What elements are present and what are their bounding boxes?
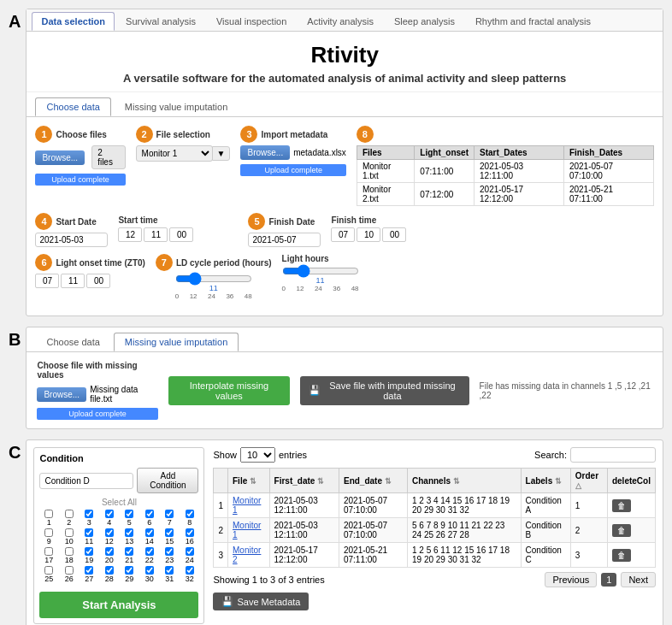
dt-labels: Condition A (521, 493, 570, 518)
channel-checkbox-2[interactable] (65, 510, 74, 518)
col-end-date[interactable]: End_date ⇅ (339, 469, 407, 493)
row-light: 6 Light onset time (ZT0) 7 LD cycle peri… (35, 254, 654, 300)
nav-tab-sleep[interactable]: Sleep analysis (385, 12, 464, 31)
prev-button[interactable]: Previous (545, 572, 597, 587)
dt-file-link[interactable]: Monitor 1 (233, 521, 261, 540)
delete-row-button[interactable]: 🗑 (612, 549, 631, 562)
channel-checkbox-28[interactable] (105, 566, 114, 575)
dt-file-link[interactable]: Monitor 1 (233, 496, 261, 515)
save-imputed-label: Save file with imputed missing data (324, 380, 460, 401)
section-c-label: C (9, 443, 21, 463)
col-file[interactable]: File ⇅ (228, 469, 270, 493)
light-onset-s[interactable] (86, 274, 110, 288)
channel-checkbox-9[interactable] (44, 528, 53, 537)
badge-5: 5 (248, 213, 265, 230)
channel-checkbox-31[interactable] (165, 566, 174, 575)
inner-tab-choose-data-a[interactable]: Choose data (35, 97, 110, 116)
channel-checkbox-24[interactable] (186, 547, 194, 556)
browse-metadata-button[interactable]: Browse... (240, 145, 290, 160)
add-condition-button[interactable]: Add Condition (137, 468, 198, 493)
dt-file-link[interactable]: Monitor 2 (233, 545, 261, 564)
entries-select[interactable]: 10 25 50 (240, 447, 275, 463)
light-hours-slider[interactable] (282, 266, 359, 276)
channel-checkbox-21[interactable] (125, 547, 133, 556)
start-time-m[interactable] (144, 227, 168, 242)
inner-tab-missing-value-b[interactable]: Missing value imputation (114, 333, 239, 351)
channel-checkbox-29[interactable] (125, 566, 133, 575)
col-first-date[interactable]: First_date ⇅ (269, 469, 339, 493)
col-channels[interactable]: Channels ⇅ (408, 469, 522, 493)
channel-checkbox-17[interactable] (44, 547, 53, 556)
channel-checkbox-7[interactable] (165, 510, 174, 518)
channel-checkbox-32[interactable] (186, 566, 194, 575)
channel-checkbox-11[interactable] (85, 528, 93, 537)
inner-tab-choose-data-b[interactable]: Choose data (35, 333, 110, 351)
save-imputed-button[interactable]: 💾 Save file with imputed missing data (300, 376, 469, 405)
channel-checkbox-20[interactable] (105, 547, 114, 556)
channel-cell: 7 (160, 510, 179, 527)
start-time-s[interactable] (169, 227, 193, 242)
save-metadata-button[interactable]: 💾 Save Metadata (213, 593, 309, 610)
channel-checkbox-3[interactable] (85, 510, 93, 518)
channel-cell: 9 (39, 528, 58, 545)
channel-checkbox-27[interactable] (85, 566, 93, 575)
file-selection-dropdown[interactable]: Monitor 1 Monitor 2 (136, 145, 213, 162)
channel-checkbox-23[interactable] (165, 547, 174, 556)
channel-checkbox-22[interactable] (145, 547, 154, 556)
inner-tab-missing-value-a[interactable]: Missing value imputation (114, 97, 239, 116)
ft-start: 2021-05-17 12:12:00 (475, 183, 564, 206)
start-analysis-button[interactable]: Start Analysis (39, 592, 198, 618)
finish-time-h[interactable] (331, 227, 355, 242)
light-hours-scale: 012243648 (282, 285, 359, 292)
channel-checkbox-14[interactable] (145, 528, 154, 537)
nav-tab-visual[interactable]: Visual inspection (207, 12, 296, 31)
dt-first-date: 2021-05-17 12:12:00 (269, 543, 339, 568)
nav-tab-data-selection[interactable]: Data selection (32, 12, 115, 31)
channel-checkbox-1[interactable] (44, 510, 53, 518)
dt-order: 2 (570, 518, 607, 543)
channel-checkbox-13[interactable] (125, 528, 133, 537)
dt-end-date: 2021-05-07 07:10:00 (339, 493, 407, 518)
col-labels[interactable]: Labels ⇅ (521, 469, 570, 493)
channel-checkbox-10[interactable] (65, 528, 74, 537)
condition-input[interactable] (39, 473, 133, 489)
channel-checkbox-19[interactable] (85, 547, 93, 556)
file-selection-label: File selection (156, 130, 210, 139)
channel-label-13: 13 (125, 537, 133, 545)
browse-files-button[interactable]: Browse... (35, 150, 85, 165)
light-onset-h[interactable] (35, 274, 59, 288)
channel-checkbox-12[interactable] (105, 528, 114, 537)
channel-checkbox-16[interactable] (186, 528, 194, 537)
dt-first-date: 2021-05-03 12:11:00 (269, 493, 339, 518)
channel-label-14: 14 (145, 537, 154, 545)
channel-cell: 29 (120, 566, 139, 583)
channel-checkbox-30[interactable] (145, 566, 154, 575)
finish-time-m[interactable] (357, 227, 380, 242)
delete-row-button[interactable]: 🗑 (612, 524, 631, 537)
channel-checkbox-8[interactable] (186, 510, 194, 518)
channel-checkbox-26[interactable] (65, 566, 74, 575)
channel-checkbox-18[interactable] (65, 547, 74, 556)
finish-date-input[interactable] (248, 233, 321, 247)
light-onset-m[interactable] (61, 274, 85, 288)
channel-checkbox-5[interactable] (125, 510, 133, 518)
delete-row-button[interactable]: 🗑 (612, 499, 631, 512)
channel-cell: 28 (100, 566, 119, 583)
channel-checkbox-25[interactable] (44, 566, 53, 575)
next-button[interactable]: Next (621, 572, 656, 587)
browse-missing-button[interactable]: Browse... (37, 387, 86, 402)
interpolate-button[interactable]: Interpolate missing values (168, 376, 291, 405)
nav-tab-survival[interactable]: Survival analysis (116, 12, 205, 31)
dropdown-arrow[interactable]: ▼ (212, 146, 231, 161)
start-date-input[interactable] (35, 233, 108, 247)
start-time-h[interactable] (118, 227, 142, 242)
channel-checkbox-6[interactable] (145, 510, 154, 518)
nav-tab-rhythm[interactable]: Rhythm and fractal analysis (466, 12, 600, 31)
finish-time-s[interactable] (382, 227, 406, 242)
channel-checkbox-4[interactable] (105, 510, 114, 518)
ld-cycle-slider[interactable] (175, 274, 252, 284)
nav-tab-activity[interactable]: Activity analysis (298, 12, 383, 31)
search-input[interactable] (570, 447, 656, 463)
channel-checkbox-15[interactable] (165, 528, 174, 537)
col-order[interactable]: Order △ (570, 469, 607, 493)
